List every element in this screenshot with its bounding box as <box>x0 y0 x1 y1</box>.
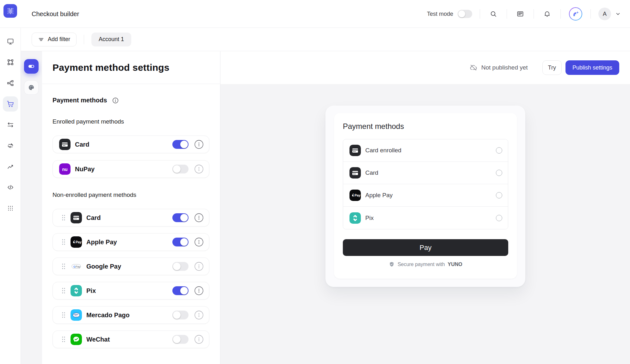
sidebar-item-developers[interactable] <box>0 177 21 198</box>
method-radio[interactable] <box>496 215 502 221</box>
method-toggle[interactable] <box>172 311 188 319</box>
preview-method-option[interactable]: Card <box>343 162 508 184</box>
method-toggle[interactable] <box>172 286 188 295</box>
payment-method-label: Card <box>75 141 90 148</box>
svg-text:Pay: Pay <box>355 193 361 197</box>
method-menu-button[interactable] <box>194 335 204 344</box>
payment-method-label: WeChat <box>86 336 110 343</box>
try-button[interactable]: Try <box>542 60 562 75</box>
sidebar-item-recurring[interactable] <box>0 135 21 156</box>
drag-handle[interactable] <box>61 239 66 246</box>
method-radio[interactable] <box>496 147 502 154</box>
card-icon <box>59 139 71 150</box>
publish-settings-button[interactable]: Publish settings <box>565 60 619 75</box>
preview-method-label: Pix <box>365 215 374 221</box>
enrolled-group-label: Enrolled payment methods <box>52 118 209 125</box>
method-menu-button[interactable] <box>194 286 204 295</box>
filter-lines-icon <box>38 36 44 43</box>
code-icon <box>7 184 14 191</box>
svg-text:Pay: Pay <box>76 240 82 244</box>
non-enrolled-group-label: Non-enrolled payment methods <box>52 191 209 198</box>
method-menu-button[interactable] <box>194 140 204 149</box>
add-filter-button[interactable]: Add filter <box>32 33 77 46</box>
pos-terminal-icon[interactable] <box>515 8 526 20</box>
method-menu-button[interactable] <box>194 164 204 174</box>
payment-method-row: nuNuPay <box>52 160 209 178</box>
avatar[interactable]: A <box>598 8 611 20</box>
payment-method-row: Pix <box>52 282 209 300</box>
preview-method-option[interactable]: Pix <box>343 207 508 229</box>
secure-brand: YUNO <box>448 262 462 267</box>
method-menu-button[interactable] <box>194 237 204 247</box>
chevron-down-icon[interactable] <box>614 8 622 20</box>
method-toggle[interactable] <box>172 140 188 149</box>
checkout-preview-card: Payment methods Card enrolled Card PayAp… <box>334 113 517 279</box>
payment-method-label: Apple Pay <box>86 239 117 246</box>
method-menu-button[interactable] <box>194 310 204 320</box>
method-toggle[interactable] <box>172 165 188 173</box>
sidebar-item-checkout[interactable] <box>0 94 21 114</box>
arrows-left-right-icon <box>7 121 14 129</box>
method-toggle[interactable] <box>172 262 188 271</box>
sidebar-item-analytics[interactable] <box>0 156 21 177</box>
panel-header: Payment method settings <box>42 51 220 84</box>
method-radio[interactable] <box>496 192 502 198</box>
method-menu-button[interactable] <box>194 262 204 271</box>
search-icon[interactable] <box>488 8 499 20</box>
divider <box>84 35 84 44</box>
method-toggle[interactable] <box>172 238 188 246</box>
panel-title: Payment method settings <box>52 62 170 73</box>
grid-dots-icon <box>7 204 14 212</box>
theme-palette-tab[interactable] <box>24 80 39 95</box>
sidebar-item-monitor[interactable] <box>0 31 21 52</box>
preview-method-option[interactable]: Card enrolled <box>343 139 508 162</box>
checkout-preview-frame: Payment methods Card enrolled Card PayAp… <box>325 106 525 287</box>
bell-icon[interactable] <box>541 8 553 20</box>
page-title: Checkout builder <box>32 0 79 28</box>
publish-status: Not published yet <box>469 64 528 72</box>
top-app-bar: Checkout builder Test mode <box>0 0 630 28</box>
info-icon[interactable] <box>112 97 119 104</box>
pay-button[interactable]: Pay <box>343 239 508 256</box>
ai-assistant-icon[interactable] <box>568 7 583 21</box>
drag-handle[interactable] <box>61 336 66 343</box>
drag-handle[interactable] <box>61 263 66 270</box>
shield-check-icon <box>389 261 395 267</box>
account-chip[interactable]: Account 1 <box>91 33 131 46</box>
method-radio[interactable] <box>496 170 502 176</box>
non-enrolled-method-list: Card PayApple Pay G PayGoogle Pay Pix Me… <box>52 209 209 348</box>
divider <box>590 9 591 19</box>
enrolled-method-list: Card nuNuPay <box>52 136 209 178</box>
drag-handle[interactable] <box>61 214 66 221</box>
card-icon <box>349 145 361 156</box>
method-toggle[interactable] <box>172 213 188 222</box>
publish-bar: Not published yet Try Publish settings <box>220 51 630 84</box>
payment-method-label: Mercado Pago <box>86 312 130 319</box>
toggle-icon <box>27 62 35 70</box>
sidebar-item-connections[interactable] <box>0 73 21 94</box>
payment-settings-panel: Payment method settings Payment methods … <box>42 51 220 364</box>
method-toggle[interactable] <box>172 335 188 344</box>
applepay-icon: Pay <box>349 190 361 201</box>
nupay-icon: nu <box>59 163 71 175</box>
svg-text:Pay: Pay <box>76 265 80 268</box>
cloud-off-icon <box>469 64 478 72</box>
yuno-logo[interactable] <box>3 4 17 18</box>
drag-handle[interactable] <box>61 312 66 318</box>
payment-method-row: G PayGoogle Pay <box>52 258 209 275</box>
drag-handle[interactable] <box>61 287 66 294</box>
preview-canvas: Not published yet Try Publish settings P… <box>220 51 630 364</box>
test-mode-toggle[interactable] <box>458 10 472 18</box>
payment-toggles-tab[interactable] <box>24 59 39 74</box>
divider <box>480 9 480 19</box>
preview-method-label: Apple Pay <box>365 192 393 199</box>
preview-method-list: Card enrolled Card PayApple Pay Pix <box>343 139 508 229</box>
preview-method-option[interactable]: PayApple Pay <box>343 184 508 207</box>
sidebar-item-apps[interactable] <box>0 198 21 219</box>
filter-bar: Add filter Account 1 <box>21 28 630 51</box>
sidebar-item-transfers[interactable] <box>0 114 21 135</box>
sidebar-item-frames[interactable] <box>0 52 21 73</box>
payment-method-label: Google Pay <box>86 263 121 270</box>
method-menu-button[interactable] <box>194 213 204 222</box>
divider <box>534 9 534 19</box>
